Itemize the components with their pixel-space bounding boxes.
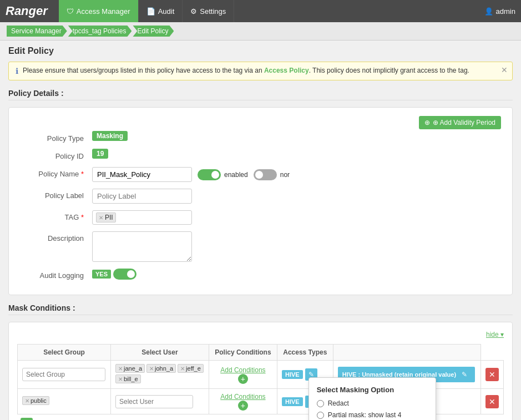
add-row-button[interactable]: + [21,418,33,420]
row1-masking-cell: HIVE : Unmasked (retain original value) … [333,361,480,389]
page-content: Edit Policy ℹ Please ensure that users/g… [0,41,521,420]
tag-value: PII [105,214,113,221]
brand-logo: Ranger [6,4,48,18]
policy-name-label: Policy Name * [20,167,92,178]
info-icon: ℹ [16,67,18,75]
user-icon: 👤 [484,7,493,16]
description-input[interactable] [92,231,192,262]
add-conditions-plus-1[interactable]: + [238,374,248,384]
row2-group-tags: ✕public [22,396,106,405]
table-header-row: Select Group Select User Policy Conditio… [18,345,504,361]
audit-toggle-switch[interactable] [113,269,136,280]
add-conditions-link-2[interactable]: Add Conditions [220,393,265,401]
top-nav: Ranger 🛡 Access Manager 📄 Audit ⚙ Settin… [0,0,521,22]
audit-logging-row: Audit Logging YES [20,269,501,280]
enabled-label: enabled [224,171,248,179]
policy-label-label: Policy Label [20,189,92,200]
policy-id-value: 19 [92,149,108,158]
option-redact[interactable]: Redact [317,399,428,407]
row2-conditions-cell: Add Conditions + [209,389,277,414]
policy-id-row: Policy ID 19 [20,149,501,160]
row1-delete-cell: ✕ [480,361,503,389]
row1-group-cell [18,361,111,389]
col-actions [333,345,480,361]
tag-x-icon[interactable]: ✕ [118,376,123,382]
audit-logging-label: Audit Logging [20,269,92,280]
tag-x-icon[interactable]: ✕ [25,398,29,404]
breadcrumb-service-manager[interactable]: Service Manager [7,26,67,37]
group-tag-public: ✕public [22,396,49,405]
tag-label: TAG * [20,210,92,221]
breadcrumb-policies[interactable]: tpcds_tag Policies [68,26,132,37]
nav-tab-settings[interactable]: ⚙ Settings [183,0,234,22]
tag-pii: ✕ PII [96,212,116,222]
alert-close-button[interactable]: ✕ [501,65,508,74]
hive-badge-2: HIVE [282,397,303,406]
tag-x-icon[interactable]: ✕ [149,366,154,372]
nav-tab-audit[interactable]: 📄 Audit [139,0,183,22]
mask-conditions-title: Mask Conditions : [8,303,513,315]
row1-masking-edit-button[interactable]: ✎ [458,368,471,381]
nav-tab-access-manager[interactable]: 🛡 Access Manager [59,0,139,22]
audit-logging-toggle[interactable]: YES [92,269,136,280]
row2-group-cell: ✕public [18,389,111,414]
nav-user[interactable]: 👤 admin [484,7,515,16]
row1-conditions-cell[interactable]: Add Conditions + [209,361,277,389]
nav-tabs: 🛡 Access Manager 📄 Audit ⚙ Settings [59,0,234,22]
policy-type-row: Policy Type Masking [20,131,501,143]
col-policy-conditions: Policy Conditions [209,345,277,361]
row2-user-cell [111,389,209,414]
mask-conditions-card: hide ▾ Select Group Select User Policy C… [8,322,513,420]
breadcrumb-edit-policy[interactable]: Edit Policy [133,26,174,37]
nor-switch[interactable] [254,169,277,180]
table-row: ✕jane_a ✕john_a ✕jeff_e ✕bill_e [18,361,504,389]
policy-id-label: Policy ID [20,149,92,160]
add-conditions-link-1[interactable]: Add Conditions [220,366,265,374]
policy-id-badge: 19 [92,149,108,159]
policy-name-controls: enabled nor [92,167,290,182]
user-tag-jane: ✕jane_a [115,364,145,373]
masking-popup-title: Select Masking Option [317,386,428,394]
policy-name-input[interactable] [92,167,192,182]
row1-select-group-input[interactable] [22,368,105,381]
row1-delete-button[interactable]: ✕ [485,368,499,381]
policy-label-row: Policy Label [20,189,501,204]
user-tag-jeff: ✕jeff_e [178,364,204,373]
clock-icon: ⊕ [424,119,430,126]
shield-icon: 🛡 [67,7,74,16]
col-access-types: Access Types [277,345,333,361]
col-select-group: Select Group [18,345,111,361]
radio-redact[interactable] [317,400,324,407]
row1-user-tags: ✕jane_a ✕john_a ✕jeff_e [115,364,204,373]
breadcrumb: Service Manager tpcds_tag Policies Edit … [0,22,521,41]
user-tag-john: ✕john_a [146,364,176,373]
add-validity-button[interactable]: ⊕ ⊕ Add Validity Period [419,116,501,129]
hide-button[interactable]: hide ▾ [486,331,504,338]
tag-x-icon[interactable]: ✕ [118,366,123,372]
enabled-switch[interactable] [198,169,221,180]
row2-select-user-input[interactable] [115,395,193,408]
user-tag-bill: ✕bill_e [115,375,141,383]
tag-x-icon[interactable]: ✕ [99,215,103,221]
tag-x-icon[interactable]: ✕ [180,366,185,372]
description-row: Description [20,231,501,262]
nor-toggle[interactable]: nor [254,169,290,180]
description-label: Description [20,231,92,242]
masking-badge: Masking [92,131,128,141]
policy-type-label: Policy Type [20,131,92,143]
enabled-toggle[interactable]: enabled [198,169,248,180]
policy-type-value: Masking [92,131,128,140]
policy-label-input[interactable] [92,189,192,204]
option-partial-last4[interactable]: Partial mask: show last 4 [317,411,428,419]
row1-user-tags-2: ✕bill_e [115,375,204,383]
radio-partial-last4[interactable] [317,412,324,419]
alert-box: ℹ Please ensure that users/groups listed… [8,62,513,80]
nor-label: nor [280,171,290,179]
policy-name-row: Policy Name * enabled nor [20,167,501,182]
row2-delete-button[interactable]: ✕ [485,395,499,408]
conditions-header: hide ▾ [17,331,504,338]
hive-badge-1: HIVE [282,370,303,379]
add-conditions-plus-2[interactable]: + [238,401,248,411]
conditions-table: Select Group Select User Policy Conditio… [17,344,504,414]
tag-input-field[interactable]: ✕ PII [92,210,192,225]
